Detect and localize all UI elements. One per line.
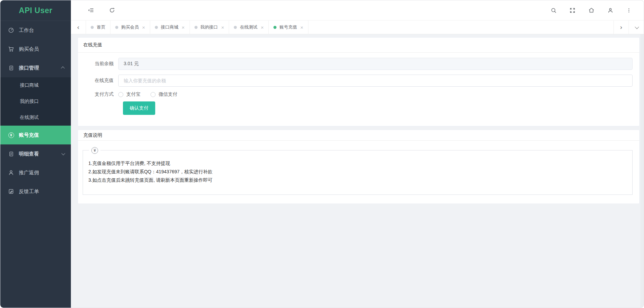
tabbar-spacer: [308, 20, 613, 34]
notice-line: 2.如发现充值未到账请联系QQ：419437697，核实进行补款: [88, 168, 626, 176]
document-icon: [8, 150, 14, 157]
recharge-card-title: 在线充值: [78, 38, 639, 53]
sidebar-item-account-recharge[interactable]: ¥ 账号充值: [0, 126, 71, 144]
close-icon[interactable]: ×: [182, 25, 185, 30]
chevron-down-icon: [61, 151, 65, 155]
sidebar-item-workbench[interactable]: 工作台: [0, 21, 71, 40]
sidebar-item-my-api[interactable]: 我的接口: [0, 93, 71, 109]
sidebar-item-label: 购买会员: [19, 46, 39, 52]
balance-label: 当前余额: [83, 61, 118, 67]
close-icon[interactable]: ×: [300, 25, 303, 30]
close-icon[interactable]: ×: [261, 25, 264, 30]
sidebar-item-label: 账号充值: [19, 132, 39, 138]
tabs-dropdown-button[interactable]: [629, 20, 644, 34]
tab-dot: [273, 26, 276, 29]
user-icon: [8, 169, 14, 176]
radio-circle-icon: [118, 92, 123, 97]
notice-box: ¥ 1.充值金额仅用于平台消费, 不支持提现 2.如发现充值未到账请联系QQ：4…: [83, 150, 633, 195]
sidebar-item-label: 我的接口: [20, 98, 39, 104]
tab-account-recharge[interactable]: 账号充值 ×: [269, 20, 308, 34]
tab-buy-membership[interactable]: 购买会员 ×: [111, 20, 150, 34]
notice-card-title: 充值说明: [78, 130, 639, 141]
tab-dot: [155, 26, 158, 29]
tab-label: 购买会员: [121, 24, 139, 30]
tab-dot: [234, 26, 237, 29]
sidebar-item-api-store[interactable]: 接口商城: [0, 77, 71, 93]
notice-line: 1.充值金额仅用于平台消费, 不支持提现: [88, 159, 626, 168]
tab-dot: [91, 26, 94, 29]
brand-title: API User: [0, 0, 71, 21]
tab-home[interactable]: 首页: [86, 20, 111, 34]
chevron-down-icon: [635, 25, 639, 29]
amount-label: 在线充值: [83, 78, 118, 84]
notice-card: 充值说明 ¥ 1.充值金额仅用于平台消费, 不支持提现 2.如发现充值未到账请联…: [78, 130, 640, 204]
tab-label: 在线测试: [240, 24, 257, 30]
tab-online-test[interactable]: 在线测试 ×: [229, 20, 269, 34]
tab-dot: [195, 26, 198, 29]
tabbar: ‹ 首页 购买会员 × 接口商城 × 我的接口 × 在: [71, 20, 644, 34]
tab-api-store[interactable]: 接口商城 ×: [150, 20, 190, 34]
cart-icon: [8, 46, 14, 52]
sidebar-item-label: 在线测试: [20, 115, 39, 121]
more-icon[interactable]: [626, 8, 632, 13]
main-area: ‹ 首页 购买会员 × 接口商城 × 我的接口 × 在: [71, 0, 644, 308]
sidebar-item-label: 推广返佣: [19, 170, 39, 176]
notice-legend: ¥: [89, 147, 100, 154]
sidebar-item-feedback-ticket[interactable]: 反馈工单: [0, 182, 71, 201]
tab-my-api[interactable]: 我的接口 ×: [190, 20, 229, 34]
sidebar-item-api-management[interactable]: 接口管理: [0, 58, 71, 77]
balance-field[interactable]: [118, 58, 633, 70]
fold-menu-icon[interactable]: [88, 7, 94, 13]
sidebar-menu: 工作台 购买会员 接口管理: [0, 21, 71, 308]
recharge-card: 在线充值 当前余额 在线充值 支付方式 支付宝: [78, 37, 640, 126]
refresh-icon[interactable]: [109, 7, 115, 13]
tab-label: 我的接口: [201, 24, 218, 30]
payment-method-label: 支付方式: [83, 91, 118, 97]
radio-label: 微信支付: [159, 91, 177, 97]
radio-label: 支付宝: [126, 91, 140, 97]
sidebar-item-label: 工作台: [19, 27, 34, 34]
topbar: [71, 0, 644, 20]
chevron-up-icon: [61, 67, 65, 70]
content-area: 在线充值 当前余额 在线充值 支付方式 支付宝: [71, 34, 644, 308]
document-icon: [8, 64, 14, 71]
tab-dot: [115, 26, 118, 29]
sidebar-item-label: 接口管理: [19, 65, 39, 71]
app-window: API User 工作台 购买会员: [0, 0, 644, 308]
feedback-icon: [8, 188, 14, 195]
sidebar-item-label: 接口商城: [20, 82, 39, 88]
tab-label: 首页: [97, 24, 105, 30]
user-icon[interactable]: [607, 7, 613, 13]
fullscreen-icon[interactable]: [569, 7, 575, 13]
tab-label: 账号充值: [280, 24, 297, 30]
tab-label: 接口商城: [161, 24, 178, 30]
close-icon[interactable]: ×: [221, 25, 224, 30]
sidebar: API User 工作台 购买会员: [0, 0, 71, 308]
yen-icon: ¥: [8, 132, 14, 138]
sidebar-item-detail-view[interactable]: 明细查看: [0, 144, 71, 163]
search-icon[interactable]: [551, 7, 557, 13]
sidebar-item-label: 反馈工单: [19, 188, 39, 195]
sidebar-item-promotion-rebate[interactable]: 推广返佣: [0, 163, 71, 182]
radio-alipay[interactable]: 支付宝: [118, 91, 140, 97]
scrollbar[interactable]: [640, 34, 644, 308]
confirm-payment-button[interactable]: 确认支付: [123, 101, 155, 115]
amount-input[interactable]: [118, 75, 633, 87]
radio-circle-icon: [151, 92, 156, 97]
dashboard-icon: [8, 27, 14, 34]
home-icon[interactable]: [588, 7, 595, 13]
tabs-scroll-right-button[interactable]: ›: [613, 20, 629, 34]
tabs-scroll-left-button[interactable]: ‹: [71, 20, 86, 34]
sidebar-item-buy-membership[interactable]: 购买会员: [0, 40, 71, 58]
sidebar-item-online-test[interactable]: 在线测试: [0, 109, 71, 126]
close-icon[interactable]: ×: [142, 25, 145, 30]
sidebar-item-label: 明细查看: [19, 151, 39, 157]
yen-icon: ¥: [91, 147, 98, 154]
sidebar-submenu-api: 接口商城 我的接口 在线测试: [0, 77, 71, 126]
notice-line: 3.如点击充值后未跳转充值页面, 请刷新本页面重新操作即可: [88, 176, 626, 184]
radio-wechat-pay[interactable]: 微信支付: [151, 91, 177, 97]
